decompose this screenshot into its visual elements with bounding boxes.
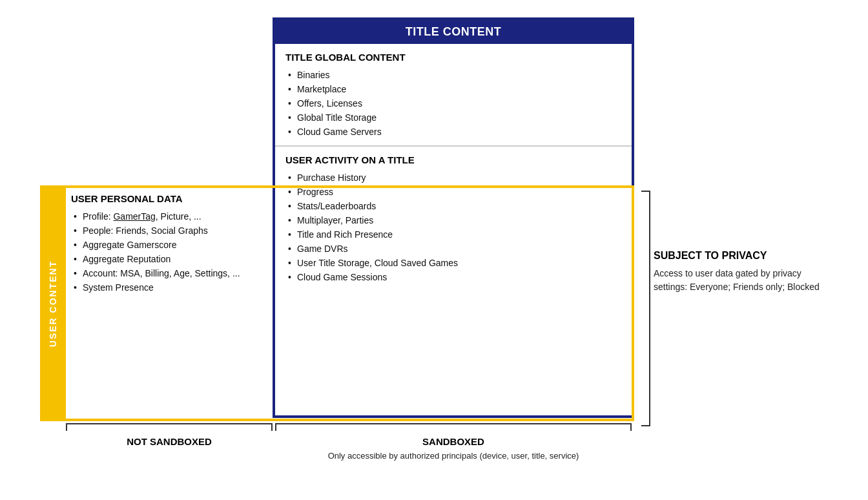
list-item: Aggregate Reputation xyxy=(71,252,262,266)
user-personal-data-title: USER PERSONAL DATA xyxy=(71,193,262,204)
brace-bottom xyxy=(641,309,650,427)
privacy-text: Access to user data gated by privacy set… xyxy=(654,267,834,294)
list-item: Offers, Licenses xyxy=(285,96,621,110)
privacy-box: SUBJECT TO PRIVACY Access to user data g… xyxy=(654,250,834,294)
sandboxed-bracket xyxy=(275,423,632,431)
title-global-content-list: Binaries Marketplace Offers, Licenses Gl… xyxy=(285,68,621,139)
privacy-title: SUBJECT TO PRIVACY xyxy=(654,250,834,262)
list-item: Marketplace xyxy=(285,82,621,96)
privacy-brace xyxy=(639,191,652,426)
user-personal-data-section: USER PERSONAL DATA Profile: GamerTag, Pi… xyxy=(40,185,273,421)
title-global-content-title: TITLE GLOBAL CONTENT xyxy=(285,52,621,63)
brace-top xyxy=(641,191,650,309)
sandboxed-bracket-area: SANDBOXED Only accessible by authorized … xyxy=(275,423,632,462)
list-item: Account: MSA, Billing, Age, Settings, ..… xyxy=(71,266,262,280)
list-item: System Presence xyxy=(71,280,262,295)
sandboxed-subtitle: Only accessible by authorized principals… xyxy=(275,450,632,462)
not-sandboxed-bracket-area: NOT SANDBOXED xyxy=(66,423,273,447)
not-sandboxed-bracket xyxy=(66,423,273,431)
diagram-container: TITLE CONTENT TITLE GLOBAL CONTENT Binar… xyxy=(21,11,847,489)
list-item: Global Title Storage xyxy=(285,110,621,125)
sandboxed-label: SANDBOXED xyxy=(275,436,632,447)
not-sandboxed-label: NOT SANDBOXED xyxy=(66,436,273,447)
list-item: Binaries xyxy=(285,68,621,82)
title-global-content-section: TITLE GLOBAL CONTENT Binaries Marketplac… xyxy=(275,44,632,147)
list-item: Profile: GamerTag, Picture, ... xyxy=(71,209,262,224)
user-content-label: USER CONTENT xyxy=(48,260,58,346)
title-content-header: TITLE CONTENT xyxy=(275,20,632,44)
user-activity-title: USER ACTIVITY ON A TITLE xyxy=(285,154,621,165)
list-item: People: Friends, Social Graphs xyxy=(71,224,262,238)
list-item: Purchase History xyxy=(285,171,621,185)
gamertag-text: GamerTag xyxy=(113,211,155,222)
user-content-label-band: USER CONTENT xyxy=(40,185,66,421)
list-item: Aggregate Gamerscore xyxy=(71,238,262,252)
user-personal-data-list: Profile: GamerTag, Picture, ... People: … xyxy=(71,209,262,295)
list-item: Cloud Game Servers xyxy=(285,125,621,139)
